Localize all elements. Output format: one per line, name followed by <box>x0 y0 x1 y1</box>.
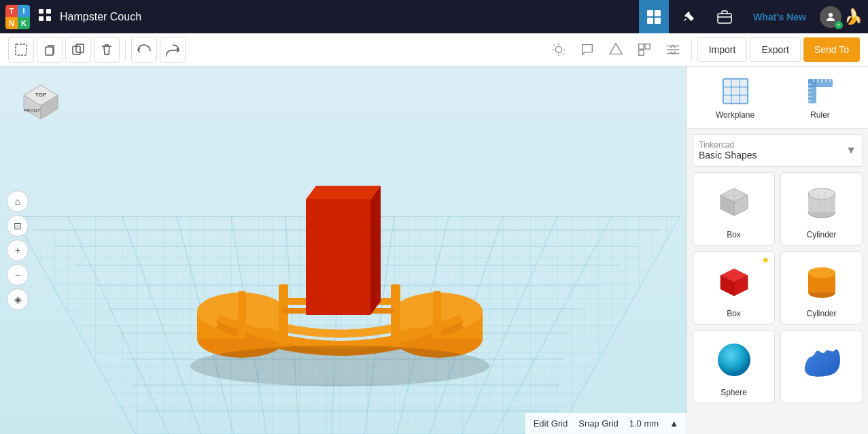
svg-rect-83 <box>808 79 816 103</box>
star-icon: ★ <box>761 254 770 265</box>
svg-rect-6 <box>647 18 653 24</box>
svg-point-67 <box>190 346 489 386</box>
svg-rect-0 <box>39 9 44 14</box>
grid-view-button[interactable] <box>639 0 669 33</box>
briefcase-button[interactable] <box>710 0 740 33</box>
view-controls: ⌂ ⊡ + − ◈ <box>7 190 29 310</box>
banana-icon: 🍌 <box>844 8 863 26</box>
user-plus-icon: + <box>835 21 843 29</box>
logo-t: T <box>5 5 18 17</box>
shape-name-sphere-blue: Sphere <box>721 388 747 397</box>
toolbar-separator-2 <box>691 39 692 60</box>
shape-name-box-red: Box <box>727 309 741 318</box>
view-cube[interactable]: TOP FRONT <box>14 75 68 129</box>
shape-name-cylinder-ghost: Cylinder <box>806 230 836 239</box>
status-bar: Edit Grid Snap Grid 1.0 mm ▲ <box>525 413 687 434</box>
svg-marker-22 <box>610 44 622 54</box>
select-all-button[interactable] <box>8 37 34 63</box>
edit-grid-label[interactable]: Edit Grid <box>534 418 568 429</box>
svg-rect-7 <box>655 18 661 24</box>
svg-point-101 <box>808 188 835 199</box>
hammer-button[interactable] <box>674 0 704 33</box>
logo-area[interactable]: T I N K <box>5 5 30 29</box>
shape-box-ghost[interactable]: Box <box>693 172 775 246</box>
logo-n: N <box>5 17 18 29</box>
svg-rect-25 <box>638 50 643 55</box>
svg-rect-1 <box>46 9 51 14</box>
logo[interactable]: T I N K <box>5 5 30 29</box>
home-button[interactable]: ⌂ <box>7 190 29 212</box>
panel-tools: Workplane <box>687 67 868 129</box>
svg-rect-8 <box>718 14 731 23</box>
redo-button[interactable] <box>160 37 186 63</box>
fit-button[interactable]: ⊡ <box>7 215 29 237</box>
shapes-grid: Box <box>693 172 863 403</box>
svg-rect-5 <box>655 10 661 16</box>
import-button[interactable]: Import <box>697 37 748 62</box>
shape-cylinder-ghost[interactable]: Cylinder <box>780 172 863 246</box>
svg-rect-61 <box>279 284 288 346</box>
shape-category-selector[interactable]: Tinkercad Basic Shapes ▼ <box>693 134 863 167</box>
logo-k: K <box>18 17 30 29</box>
navbar: T I N K Hampster Couch <box>0 0 868 33</box>
right-panel: Workplane <box>687 67 868 434</box>
shape-category-value: Basic Shapes <box>699 150 846 161</box>
shape-thumb-cylinder-ghost <box>795 178 849 226</box>
copy-button[interactable] <box>37 37 63 63</box>
group-tool-button[interactable] <box>631 37 657 63</box>
zoom-out-button[interactable]: − <box>7 264 29 286</box>
svg-point-112 <box>718 344 750 376</box>
scene-svg <box>0 67 687 434</box>
sendto-button[interactable]: Send To <box>803 37 860 62</box>
svg-line-19 <box>563 54 563 54</box>
svg-rect-76 <box>722 78 749 105</box>
shape-thumb-box-ghost <box>707 178 761 226</box>
workplane-tool[interactable]: Workplane <box>708 75 763 120</box>
undo-button[interactable] <box>131 37 157 63</box>
snap-grid-label: Snap Grid <box>578 418 619 429</box>
perspective-button[interactable]: ◈ <box>7 288 29 310</box>
svg-rect-2 <box>39 16 44 21</box>
snap-grid-arrow[interactable]: ▲ <box>670 418 678 429</box>
toolbar: Import Export Send To <box>0 33 868 67</box>
align-tool-button[interactable] <box>660 37 686 63</box>
snap-grid-value[interactable]: 1.0 mm <box>629 418 659 429</box>
light-tool-button[interactable] <box>546 37 572 63</box>
chevron-down-icon: ▼ <box>846 144 856 156</box>
workplane-icon <box>719 75 752 107</box>
user-icon: + <box>820 6 841 28</box>
export-button[interactable]: Export <box>750 37 800 62</box>
shape-category-prefix: Tinkercad <box>699 140 846 150</box>
duplicate-button[interactable] <box>65 37 91 63</box>
ruler-tool[interactable]: Ruler <box>793 75 848 120</box>
logo-i: I <box>18 5 30 17</box>
svg-line-18 <box>553 45 554 46</box>
delete-button[interactable] <box>94 37 120 63</box>
speech-bubble-button[interactable] <box>574 37 600 63</box>
svg-rect-3 <box>46 16 51 21</box>
zoom-in-button[interactable]: + <box>7 239 29 261</box>
shape-blue-custom[interactable] <box>780 330 863 403</box>
main-area: TOP FRONT ⌂ ⊡ + − ◈ Edit Grid Snap Grid … <box>0 67 868 434</box>
ruler-icon <box>804 75 837 107</box>
viewport[interactable]: TOP FRONT ⌂ ⊡ + − ◈ Edit Grid Snap Grid … <box>0 67 687 434</box>
shape-name-cylinder-orange: Cylinder <box>806 309 836 318</box>
grid-menu-icon[interactable] <box>35 5 54 28</box>
shape-box-red[interactable]: ★ Box <box>693 251 775 324</box>
shape-tool-button[interactable] <box>603 37 629 63</box>
shape-thumb-box-red <box>707 257 761 305</box>
ruler-label: Ruler <box>810 110 830 120</box>
svg-point-111 <box>808 267 835 278</box>
whats-new-button[interactable]: What's New <box>745 12 814 22</box>
user-area[interactable]: + 🍌 <box>820 6 863 28</box>
svg-rect-64 <box>433 291 441 339</box>
svg-point-15 <box>555 46 561 52</box>
svg-marker-70 <box>370 186 381 315</box>
shape-cylinder-orange[interactable]: Cylinder <box>780 251 863 324</box>
svg-rect-11 <box>16 44 27 55</box>
shape-thumb-sphere-blue <box>707 336 761 384</box>
svg-rect-62 <box>391 284 400 346</box>
shape-sphere-blue[interactable]: Sphere <box>693 330 775 403</box>
shapes-panel: Tinkercad Basic Shapes ▼ <box>687 129 868 434</box>
svg-rect-23 <box>638 44 643 49</box>
